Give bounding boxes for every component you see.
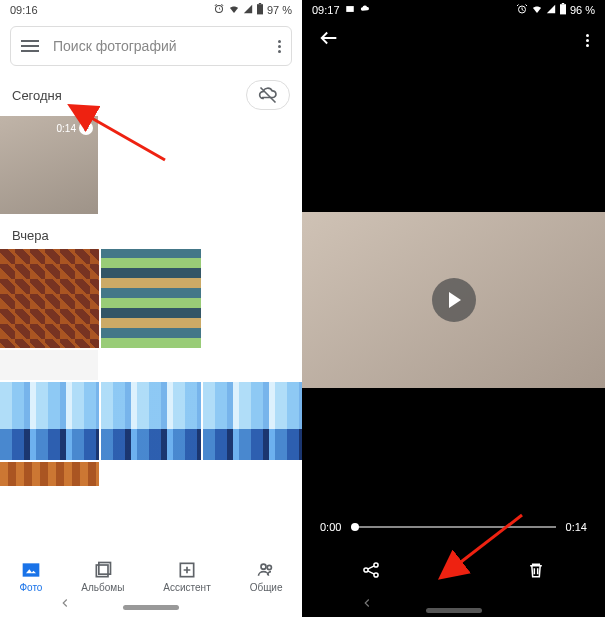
gesture-bar [0, 601, 302, 613]
play-button[interactable] [432, 278, 476, 322]
battery-icon [256, 3, 264, 17]
assistant-icon [177, 560, 197, 580]
battery-icon [559, 3, 567, 17]
photo-thumbnail[interactable] [101, 382, 200, 460]
backup-off-button[interactable] [246, 80, 290, 110]
status-time: 09:17 [312, 4, 340, 16]
albums-icon [93, 560, 113, 580]
annotation-arrow [442, 510, 532, 580]
alarm-icon [516, 3, 528, 17]
photo-thumbnail[interactable] [203, 382, 302, 460]
photo-row [0, 462, 302, 486]
menu-icon[interactable] [21, 40, 39, 52]
section-title-yesterday: Вчера [0, 214, 302, 249]
back-gesture-icon[interactable] [360, 596, 374, 614]
photo-thumbnail[interactable] [0, 382, 99, 460]
back-gesture-icon[interactable] [58, 596, 72, 614]
status-time: 09:16 [10, 4, 38, 16]
annotation-arrow [80, 108, 170, 168]
photo-thumbnail[interactable] [0, 249, 99, 348]
player-header [302, 20, 605, 60]
alarm-icon [213, 3, 225, 17]
search-bar[interactable]: Поиск фотографий [10, 26, 292, 66]
bottom-nav: Фото Альбомы Ассистент Общие [0, 551, 302, 601]
photo-row [0, 249, 302, 348]
more-icon[interactable] [586, 34, 589, 47]
nav-shared[interactable]: Общие [250, 560, 283, 593]
photo-row [0, 382, 302, 460]
status-bar: 09:16 97 % [0, 0, 302, 20]
nav-photos[interactable]: Фото [19, 560, 42, 593]
svg-line-18 [457, 515, 522, 565]
section-title-today: Сегодня [12, 88, 62, 103]
nav-albums[interactable]: Альбомы [81, 560, 124, 593]
svg-line-8 [88, 116, 165, 160]
shared-icon [256, 560, 276, 580]
back-button[interactable] [318, 27, 340, 54]
photo-thumbnail[interactable] [0, 462, 99, 486]
svg-rect-9 [346, 6, 354, 12]
nav-assistant[interactable]: Ассистент [163, 560, 210, 593]
signal-icon [546, 4, 556, 16]
video-player-screen: 09:17 96 % 0:00 0:14 [302, 0, 605, 617]
svg-rect-11 [560, 4, 566, 14]
wifi-icon [228, 3, 240, 17]
more-icon[interactable] [278, 40, 281, 53]
photo-thumbnail[interactable] [0, 350, 98, 380]
photos-icon [21, 560, 41, 580]
gesture-bar [302, 608, 605, 613]
svg-rect-12 [562, 3, 564, 4]
time-start: 0:00 [320, 521, 341, 533]
svg-rect-0 [257, 4, 263, 14]
status-bar: 09:17 96 % [302, 0, 605, 20]
wifi-icon [531, 3, 543, 17]
time-end: 0:14 [566, 521, 587, 533]
video-viewport[interactable] [302, 212, 605, 388]
share-button[interactable] [360, 559, 382, 581]
timeline-thumb[interactable] [351, 523, 359, 531]
notification-icon [360, 4, 370, 16]
svg-point-6 [261, 564, 266, 569]
svg-rect-1 [259, 3, 261, 4]
photo-thumbnail[interactable] [101, 249, 200, 348]
battery-percent: 97 % [267, 4, 292, 16]
search-input[interactable]: Поиск фотографий [53, 38, 278, 54]
svg-point-7 [267, 565, 271, 569]
signal-icon [243, 4, 253, 16]
notification-icon [345, 4, 355, 16]
photos-app-screen: 09:16 97 % Поиск фотографий Сегодня [0, 0, 302, 617]
svg-rect-2 [23, 563, 40, 576]
battery-percent: 96 % [570, 4, 595, 16]
